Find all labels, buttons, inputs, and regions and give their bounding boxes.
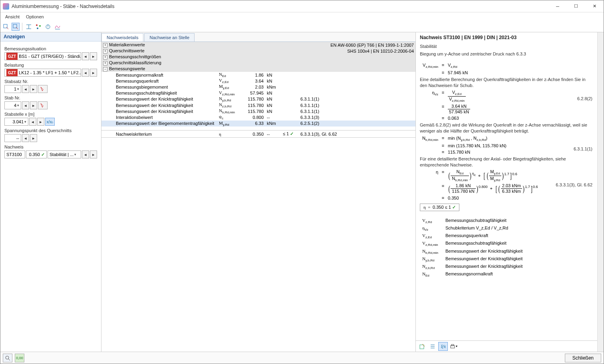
definition-row: Vz,RdBemessungsschubtragfähigkeit [421, 218, 524, 224]
tool-info-icon[interactable]: ! [44, 23, 52, 31]
definition-row: ηVzSchubkriterium V_z,Ed / V_z,Rd [421, 225, 524, 232]
chevron-down-icon: ▾ [74, 152, 76, 156]
right-panel: Nachweis ST3100 | EN 1999 | DIN | 2021-0… [416, 32, 597, 352]
definition-row: Nb,Rd,minBemessungswert der Knicktragfäh… [421, 248, 524, 255]
toolbar: ! [0, 21, 604, 32]
definition-row: Vz,EdBemessungsquerkraft [421, 233, 524, 239]
position-xx0-button[interactable]: x/x₀ [45, 118, 55, 126]
tool-select-a-icon[interactable] [2, 23, 10, 31]
detail-tool-print-icon[interactable]: ▾ [449, 342, 458, 351]
expand-icon[interactable]: + [103, 61, 107, 65]
member-next-button[interactable]: ▸ [30, 101, 37, 109]
member-input[interactable]: 4▾ [4, 101, 21, 109]
close-window-button[interactable]: ✕ [585, 0, 604, 12]
table-row[interactable]: Interaktionsbeiwertψc0.800--6.3.3.1(3) [101, 114, 415, 120]
detail-tool-formula-icon[interactable]: ξ⁄x [438, 342, 448, 351]
position-label: Stabstelle x [m] [4, 112, 97, 117]
table-row[interactable]: BemessungsschubtragfähigkeitVz,Rd,min57.… [101, 90, 415, 96]
stresspoint-prev-button[interactable]: ◂ [22, 134, 29, 142]
position-next-button[interactable]: ▸ [37, 118, 44, 126]
menubar: Ansicht Optionen [0, 12, 604, 21]
load-combo[interactable]: GZT LK12 - 1.35 * LF1 + 1.50 * LF2...▾ [4, 69, 81, 77]
tab-nachweise-an-stelle[interactable]: Nachweise an Stelle [144, 33, 195, 42]
svg-point-3 [39, 25, 41, 27]
proof-next-button[interactable]: ▸ [90, 150, 97, 158]
criterion-row: Nachweiskriterium η 0.350 -- ≤ 1 ✓ 6.3.3… [101, 131, 415, 138]
window-title: Aluminiumbemessung - Stäbe - Nachweisdet… [12, 4, 548, 9]
load-label: Belastung [4, 63, 97, 67]
check-icon: ✓ [290, 131, 294, 136]
memberset-prev-button[interactable]: ◂ [22, 85, 29, 93]
ref-tag: 6.3.3.1(3), Gl. 6.62 [556, 182, 592, 187]
tabs: Nachweisdetails Nachweise an Stelle [101, 32, 415, 42]
left-panel-header: Anzeigen [0, 32, 101, 42]
detail-tool-list-icon[interactable] [428, 342, 437, 351]
svg-rect-9 [451, 346, 455, 348]
table-row[interactable]: Bemessungswert der KnicktragfähigkeitNy,… [101, 96, 415, 102]
table-row[interactable]: BemessungsquerkraftVz,Ed3.64kN [101, 78, 415, 84]
expand-icon[interactable]: + [103, 49, 107, 53]
definition-row: Ny,b,RdBemessungswert der Knicktragfähig… [421, 256, 524, 263]
table-row[interactable]: Bemessungswert der Biegemomententragfähi… [101, 121, 415, 127]
memberset-label: Stabsatz Nr. [4, 79, 97, 84]
maximize-button[interactable]: ☐ [567, 0, 585, 12]
result-box: η = 0.350 ≤ 1 ✓ [420, 204, 459, 211]
collapse-icon[interactable]: − [103, 67, 107, 71]
definitions-table: Vz,RdBemessungsschubtragfähigkeitηVzSchu… [420, 217, 525, 279]
close-button[interactable]: Schließen [565, 354, 601, 362]
expand-icon[interactable]: + [103, 43, 107, 47]
memberset-input[interactable]: 1▾ [4, 85, 21, 93]
table-row[interactable]: BemessungsnormalkraftNEd1.86kN [101, 72, 415, 78]
menu-view[interactable]: Ansicht [2, 12, 23, 21]
proof-label: Nachweis [4, 144, 97, 149]
status-units-icon[interactable]: 0,00 [15, 354, 24, 362]
expand-icon[interactable]: + [103, 55, 107, 59]
svg-point-2 [36, 24, 38, 26]
menu-options[interactable]: Optionen [23, 12, 47, 21]
stresspoint-input[interactable]: -- [4, 134, 21, 142]
position-input[interactable]: 3.041▾ [4, 118, 28, 126]
center-panel: Nachweisdetails Nachweise an Stelle +Mat… [101, 32, 416, 352]
detail-h2: Biegung um y-Achse und zentrischer Druck… [420, 51, 593, 57]
svg-point-11 [6, 356, 9, 359]
toolbar-separator [22, 23, 22, 31]
proof-id-field[interactable]: ST3100 [4, 150, 25, 158]
position-prev-button[interactable]: ◂ [29, 118, 36, 126]
detail-tool-export-icon[interactable] [417, 342, 427, 351]
definition-row: Vz,Rd,minBemessungsschubtragfähigkeit [421, 240, 524, 247]
table-row[interactable]: Bemessungswert der KnicktragfähigkeitNz,… [101, 102, 415, 108]
chevron-down-icon: ▾ [24, 120, 26, 124]
chevron-down-icon: ▾ [17, 103, 19, 107]
situation-combo[interactable]: GZT BS1 - GZT (STR/GEO) - Ständi...▾ [4, 52, 81, 60]
member-prev-button[interactable]: ◂ [22, 101, 29, 109]
ref-tag: 6.2.8(2) [577, 96, 592, 101]
proof-prev-button[interactable]: ◂ [82, 150, 89, 158]
memberset-pick-icon[interactable] [38, 85, 48, 93]
table-row[interactable]: Bemessungswert der KnicktragfähigkeitNb,… [101, 108, 415, 114]
tool-graph-icon[interactable] [54, 23, 62, 31]
detail-h1: Stabilität [420, 44, 593, 49]
load-next-button[interactable]: ▸ [90, 69, 97, 77]
detail-title: Nachweis ST3100 | EN 1999 | DIN | 2021-0… [420, 35, 593, 40]
table-row[interactable]: BemessungsbiegemomentMy,Ed2.03kNm [101, 84, 415, 90]
tool-nodes-icon[interactable] [34, 23, 42, 31]
minimize-button[interactable]: ─ [548, 0, 567, 12]
tab-nachweisdetails[interactable]: Nachweisdetails [101, 33, 143, 42]
svg-rect-7 [420, 345, 424, 349]
svg-text:ξ⁄x: ξ⁄x [441, 344, 446, 349]
tool-beam-icon[interactable] [25, 23, 33, 31]
stresspoint-next-button[interactable]: ▸ [30, 134, 37, 142]
statusbar: 0,00 Schließen [0, 352, 604, 364]
situation-prev-button[interactable]: ◂ [82, 52, 89, 60]
check-icon: ✓ [41, 152, 45, 157]
tool-select-b-icon[interactable] [12, 23, 20, 31]
definition-row: Nz,b,RdBemessungswert der Knicktragfähig… [421, 263, 524, 270]
check-icon: ✓ [452, 205, 456, 210]
load-prev-button[interactable]: ◂ [82, 69, 89, 77]
proof-category-combo[interactable]: Stabilität | ...▾ [48, 150, 81, 158]
status-search-icon[interactable] [3, 354, 12, 362]
memberset-next-button[interactable]: ▸ [30, 85, 37, 93]
scrollbar[interactable] [597, 32, 604, 352]
member-pick-icon[interactable] [38, 101, 48, 109]
situation-next-button[interactable]: ▸ [90, 52, 97, 60]
